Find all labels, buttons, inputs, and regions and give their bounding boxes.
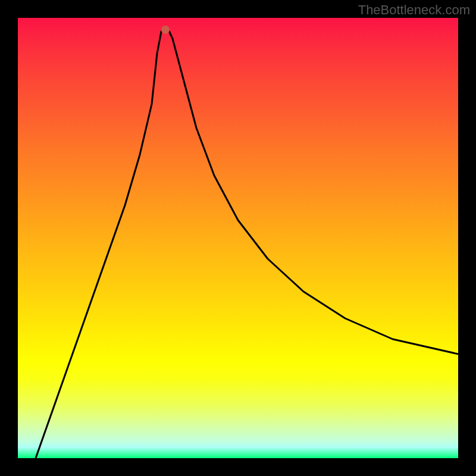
chart-plot-area <box>18 18 458 458</box>
watermark-text: TheBottleneck.com <box>358 2 470 18</box>
chart-background-gradient <box>18 18 458 458</box>
